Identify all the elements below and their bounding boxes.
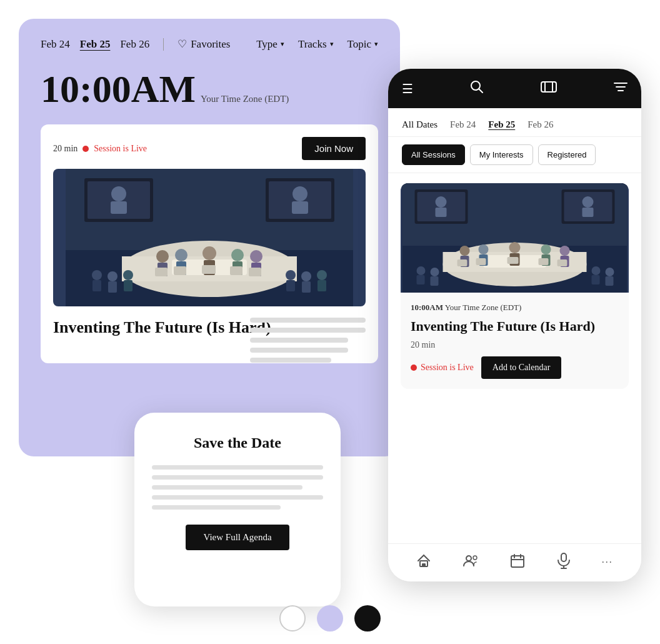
svg-point-31 [301,271,311,281]
save-the-date-title: Save the Date [194,435,281,451]
mobile-session-image [401,183,629,293]
mobile-live-status: Session is Live [411,363,474,373]
svg-point-15 [175,249,188,261]
svg-point-76 [417,266,426,275]
save-line-5 [152,505,281,510]
svg-rect-38 [230,266,242,275]
mobile-date-feb26[interactable]: Feb 26 [528,119,553,130]
svg-rect-44 [552,82,553,92]
svg-rect-85 [422,563,426,566]
my-interests-tab[interactable]: My Interests [470,144,533,165]
svg-rect-73 [508,257,519,264]
dot-white[interactable] [279,605,306,631]
svg-rect-24 [92,280,101,291]
svg-line-41 [479,89,482,93]
session-meta: 20 min Session is Live Join Now [53,137,366,160]
svg-rect-36 [174,266,186,275]
mobile-dates-nav: All Dates Feb 24 Feb 25 Feb 26 [388,108,641,137]
tracks-filter[interactable]: Tracks ▾ [298,38,334,51]
favorites-label: Favorites [191,38,230,51]
main-container: Feb 24 Feb 25 Feb 26 ♡ Favorites Type ▾ … [0,0,660,644]
type-chevron: ▾ [281,40,284,48]
svg-point-63 [479,244,489,254]
mobile-session-title: Inventing The Future (Is Hard) [411,318,619,335]
svg-rect-71 [458,259,468,266]
mobile-all-dates[interactable]: All Dates [402,119,438,130]
heart-icon: ♡ [178,38,187,51]
svg-rect-42 [541,82,556,92]
tracks-chevron: ▾ [330,40,334,48]
svg-point-19 [231,249,244,261]
favorites-nav[interactable]: ♡ Favorites [178,38,230,51]
svg-point-25 [108,271,118,281]
svg-rect-53 [436,208,447,217]
mobile-session-duration: 20 min [411,340,619,350]
menu-icon[interactable]: ☰ [402,81,413,96]
save-line-2 [152,475,323,480]
save-line-3 [152,485,302,490]
mobile-session-actions: Session is Live Add to Calendar [411,356,619,379]
mobile-date-feb24[interactable]: Feb 24 [450,119,476,130]
svg-point-80 [592,266,601,275]
svg-point-17 [202,246,216,260]
topic-filter[interactable]: Topic ▾ [348,38,378,51]
join-now-button[interactable]: Join Now [302,137,366,160]
people-icon[interactable] [462,553,479,572]
mobile-footer-nav: ··· [388,543,641,581]
more-icon[interactable]: ··· [602,557,613,568]
mobile-session-time: 10:00AM Your Time Zone (EDT) [411,303,619,313]
filter-navigation: Type ▾ Tracks ▾ Topic ▾ [256,38,378,51]
svg-rect-81 [592,275,600,284]
add-to-calendar-button[interactable]: Add to Calendar [481,356,562,379]
svg-point-27 [123,270,133,280]
text-line-4 [250,348,348,353]
svg-rect-30 [286,280,295,291]
mobile-content-area: 10:00AM Your Time Zone (EDT) Inventing T… [388,173,641,543]
tracks-label: Tracks [298,38,327,51]
save-line-1 [152,465,323,470]
svg-rect-26 [108,281,117,293]
mobile-save-date-card: Save the Date View Full Agenda [134,413,341,606]
svg-rect-43 [544,82,546,92]
date-feb26[interactable]: Feb 26 [120,38,149,51]
svg-rect-88 [511,556,524,567]
registered-tab[interactable]: Registered [538,144,596,165]
svg-rect-35 [155,268,168,276]
svg-point-56 [582,196,594,208]
view-full-agenda-button[interactable]: View Full Agenda [186,525,289,550]
svg-rect-39 [249,268,261,276]
svg-point-69 [560,246,570,256]
mobile-live-text: Session is Live [421,363,474,373]
type-filter[interactable]: Type ▾ [256,38,284,51]
search-icon[interactable] [470,80,484,97]
svg-point-8 [292,186,308,201]
svg-rect-28 [124,280,132,291]
mobile-session-card: 10:00AM Your Time Zone (EDT) Inventing T… [401,183,629,389]
svg-rect-34 [318,280,326,291]
time-heading: 10:00AM [41,69,196,108]
mobile-session-tabs: All Sessions My Interests Registered [388,137,641,173]
date-feb24[interactable]: Feb 24 [41,38,70,51]
svg-rect-72 [476,258,486,265]
mic-icon[interactable] [557,553,571,573]
timezone-label: Your Time Zone (EDT) [201,94,289,104]
ticket-icon[interactable] [541,80,557,97]
desktop-nav: Feb 24 Feb 25 Feb 26 ♡ Favorites Type ▾ … [41,38,378,51]
dot-black[interactable] [354,605,381,631]
session-duration: 20 min [53,144,78,154]
svg-point-86 [466,556,471,561]
svg-rect-79 [431,276,439,286]
all-sessions-tab[interactable]: All Sessions [402,144,465,165]
svg-point-13 [156,250,169,263]
svg-rect-9 [292,201,308,214]
date-feb25-active[interactable]: Feb 25 [80,38,111,51]
desktop-card: Feb 24 Feb 25 Feb 26 ♡ Favorites Type ▾ … [19,19,400,456]
mobile-date-feb25-active[interactable]: Feb 25 [488,119,515,130]
dot-purple[interactable] [317,605,343,631]
filter-icon[interactable] [614,81,628,96]
save-line-4 [152,495,323,500]
home-icon[interactable] [416,553,431,572]
calendar-icon[interactable] [510,553,525,572]
mobile-right-phone: ☰ [388,69,641,581]
svg-rect-83 [606,276,614,286]
